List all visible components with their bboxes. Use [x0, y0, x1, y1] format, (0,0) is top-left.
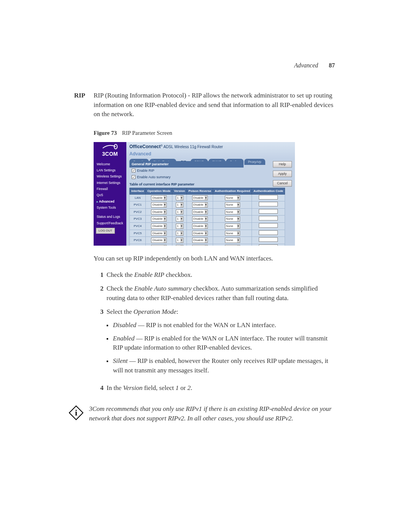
- table-row: LANDisable1DisableNone: [130, 194, 285, 201]
- select-operation-mode[interactable]: Disable: [151, 195, 167, 201]
- select-version[interactable]: 1: [176, 209, 183, 215]
- select-poison-reverse[interactable]: Disable: [192, 195, 208, 201]
- sidebar-item-wireless-settings[interactable]: Wireless Settings: [94, 173, 126, 179]
- intro-paragraph: RIP (Routing Information Protocol) - RIP…: [94, 91, 335, 119]
- col-header: Version: [172, 188, 187, 195]
- select-auth-required[interactable]: None: [225, 231, 240, 236]
- col-header: Authentication Required: [213, 188, 252, 195]
- select-poison-reverse[interactable]: Disable: [192, 238, 208, 243]
- select-auth-required[interactable]: None: [225, 195, 240, 201]
- header-section: Advanced: [294, 62, 318, 69]
- logo-3com: 3COM: [94, 142, 126, 159]
- select-operation-mode[interactable]: Disable: [151, 224, 167, 229]
- step-number: 3: [94, 307, 104, 379]
- apply-button[interactable]: Apply: [273, 171, 292, 177]
- select-poison-reverse[interactable]: Disable: [192, 216, 208, 222]
- select-poison-reverse[interactable]: Disable: [192, 231, 208, 236]
- section-title-rip: RIP: [68, 91, 85, 398]
- sidebar-item-qos[interactable]: QoS: [94, 192, 126, 198]
- help-button[interactable]: Help: [273, 161, 292, 168]
- col-header: Authentication Code: [252, 188, 285, 195]
- table-row: PVC5Disable1DisableNone: [130, 230, 285, 237]
- input-auth-code[interactable]: [259, 244, 278, 246]
- checkbox-label-enable-rip: Enable RIP: [137, 168, 155, 173]
- checkbox-label-enable-auto-summary: Enable Auto summary: [137, 175, 170, 180]
- table-row: PVC1Disable1DisableNone: [130, 201, 285, 209]
- input-auth-code[interactable]: [259, 230, 278, 235]
- select-operation-mode[interactable]: Disable: [151, 231, 167, 236]
- select-poison-reverse[interactable]: Disable: [192, 245, 208, 246]
- step-number: 4: [94, 383, 104, 393]
- bullet-silent: Silent — RIP is enabled, however the Rou…: [113, 356, 335, 375]
- step-3-text: Select the Operation Mode: Disabled — RI…: [107, 307, 335, 379]
- sidebar: WelcomeLAN SettingsWireless SettingsInte…: [94, 159, 126, 246]
- rip-screenshot: 3COM OfficeConnect® ADSL Wireless 11g Fi…: [94, 142, 295, 246]
- info-note-text: 3Com recommends that you only use RIPv1 …: [89, 404, 335, 423]
- select-auth-required[interactable]: None: [225, 209, 240, 215]
- input-auth-code[interactable]: [259, 209, 278, 214]
- col-header: Interface: [130, 188, 146, 195]
- table-caption: Table of current interface RIP parameter: [129, 181, 292, 188]
- figure-caption: Figure 73 RIP Parameter Screen: [94, 129, 335, 137]
- select-auth-required[interactable]: None: [225, 245, 240, 246]
- input-auth-code[interactable]: [259, 216, 278, 220]
- select-operation-mode[interactable]: Disable: [151, 245, 167, 246]
- sidebar-item-welcome[interactable]: Welcome: [94, 161, 126, 167]
- page-header: Advanced 87: [68, 61, 335, 70]
- input-auth-code[interactable]: [259, 202, 278, 206]
- info-note-icon: i: [68, 404, 84, 423]
- group-header-general-rip: General RIP parameter: [129, 161, 244, 168]
- select-auth-required[interactable]: None: [225, 224, 240, 229]
- table-row: PVC3Disable1DisableNone: [130, 216, 285, 223]
- select-operation-mode[interactable]: Disable: [151, 202, 167, 208]
- logout-button[interactable]: LOG OUT: [96, 228, 115, 234]
- logo-swoosh-icon: [102, 143, 118, 150]
- select-version[interactable]: 1: [176, 224, 183, 229]
- input-auth-code[interactable]: [259, 237, 278, 242]
- select-auth-required[interactable]: None: [225, 216, 240, 222]
- checkbox-enable-rip[interactable]: ✓: [132, 169, 135, 173]
- select-auth-required[interactable]: None: [225, 238, 240, 243]
- select-poison-reverse[interactable]: Disable: [192, 224, 208, 229]
- select-version[interactable]: 1: [176, 202, 183, 208]
- cancel-button[interactable]: Cancel: [273, 180, 292, 187]
- logo-text: 3COM: [102, 150, 118, 158]
- figure-title: RIP Parameter Screen: [122, 130, 172, 136]
- sidebar-item-advanced[interactable]: Advanced: [94, 198, 126, 204]
- bullet-enabled: Enabled — RIP is enabled for the WAN or …: [113, 334, 335, 353]
- select-operation-mode[interactable]: Disable: [151, 238, 167, 243]
- select-poison-reverse[interactable]: Disable: [192, 209, 208, 215]
- svg-text:i: i: [75, 408, 77, 417]
- step-1-text: Check the Enable RIP checkbox.: [107, 270, 335, 280]
- table-row: PVC7Disable1DisableNone: [130, 244, 285, 246]
- sidebar-item-firewall[interactable]: Firewall: [94, 186, 126, 192]
- sidebar-item-support-feedback[interactable]: Support/Feedback: [94, 220, 126, 226]
- step-4-text: In the Version field, select 1 or 2.: [107, 383, 335, 393]
- header-page-number: 87: [329, 62, 335, 69]
- table-row: PVC6Disable1DisableNone: [130, 237, 285, 244]
- figure-number: Figure 73: [94, 130, 117, 136]
- col-header: Operation Mode: [146, 188, 172, 195]
- step-number: 1: [94, 270, 104, 280]
- sidebar-item-lan-settings[interactable]: LAN Settings: [94, 167, 126, 173]
- input-auth-code[interactable]: [259, 195, 278, 200]
- select-version[interactable]: 1: [176, 216, 183, 222]
- screenshot-section-title: Advanced: [129, 151, 292, 157]
- select-version[interactable]: 1: [176, 238, 183, 243]
- sidebar-item-internet-settings[interactable]: Internet Settings: [94, 180, 126, 186]
- bullet-disabled: Disabled — RIP is not enabled for the WA…: [113, 321, 276, 330]
- select-version[interactable]: 1: [176, 231, 183, 236]
- select-version[interactable]: 1: [176, 195, 183, 201]
- post-figure-text: You can set up RIP independently on both…: [94, 254, 335, 264]
- select-poison-reverse[interactable]: Disable: [192, 202, 208, 208]
- sidebar-item-status-and-logs[interactable]: Status and Logs: [94, 214, 126, 220]
- input-auth-code[interactable]: [259, 223, 278, 228]
- select-auth-required[interactable]: None: [225, 202, 240, 208]
- select-operation-mode[interactable]: Disable: [151, 216, 167, 222]
- select-operation-mode[interactable]: Disable: [151, 209, 167, 215]
- product-line: OfficeConnect® ADSL Wireless 11g Firewal…: [129, 144, 292, 150]
- checkbox-enable-auto-summary[interactable]: ✓: [132, 175, 135, 179]
- step-number: 2: [94, 284, 104, 303]
- sidebar-item-system-tools[interactable]: System Tools: [94, 204, 126, 211]
- select-version[interactable]: 1: [176, 245, 183, 246]
